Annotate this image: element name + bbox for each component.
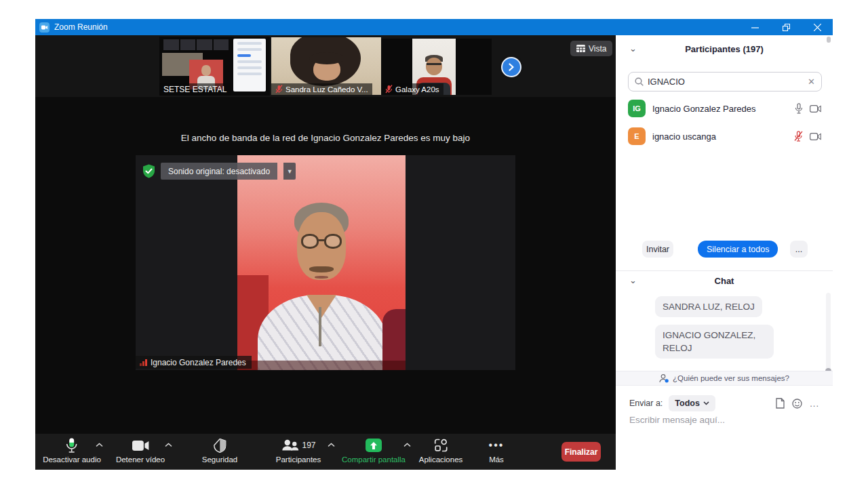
participant-row[interactable]: IG Ignacio Gonzalez Paredes [628, 98, 821, 119]
thumbnail-name: Sandra Luz Cañedo V... [271, 83, 372, 95]
mute-all-button[interactable]: Silenciar a todos [698, 241, 778, 258]
speaker-nametag: Ignacio Gonzalez Paredes [136, 356, 252, 369]
participants-options-caret[interactable] [328, 443, 335, 447]
video-thumbnail-galaxy[interactable]: Galaxy A20s [381, 39, 492, 95]
participants-title: Participantes (197) [616, 44, 833, 54]
screenshare-gallery [163, 39, 229, 50]
bandwidth-warning: El ancho de banda de la red de Ignacio G… [35, 133, 616, 143]
meeting-toolbar: Desactivar audio Detener vídeo Seguridad [35, 434, 616, 470]
search-icon [635, 77, 644, 86]
security-button[interactable]: Seguridad [202, 437, 237, 464]
file-attach-icon[interactable] [776, 398, 785, 409]
more-button[interactable]: ••• Más [489, 437, 505, 464]
original-sound-toggle[interactable]: Sonido original: desactivado [161, 163, 277, 180]
apps-button[interactable]: Aplicaciones [419, 437, 463, 464]
video-thumbnail-sandra[interactable]: Sandra Luz Cañedo V... [271, 37, 381, 95]
apps-icon [433, 437, 448, 453]
side-panel: ⌄ Participantes (197) ✕ IG Ignacio Gonza… [616, 35, 833, 470]
grid-view-icon [576, 45, 585, 52]
mic-muted-icon [794, 131, 803, 142]
close-button[interactable] [802, 19, 833, 35]
minimize-button[interactable] [739, 19, 770, 35]
share-screen-icon [366, 439, 382, 452]
thumbnail-name: SETSE ESTATAL [159, 83, 231, 96]
video-options-caret[interactable] [165, 443, 172, 447]
mic-muted-icon [275, 85, 283, 94]
chevron-down-icon [703, 401, 709, 405]
camera-icon [810, 133, 821, 140]
view-button[interactable]: Vista [570, 41, 612, 56]
shield-icon [214, 437, 226, 453]
avatar: IG [628, 100, 646, 117]
ellipsis-icon: ••• [489, 437, 505, 453]
participants-search[interactable]: ✕ [628, 72, 822, 92]
speaker-video-frame: Sonido original: desactivado ▼ Ignacio G… [136, 155, 515, 370]
video-thumbnail-strip: SETSE ESTATAL Sandra Luz Cañedo V... [35, 35, 616, 97]
clear-search-icon[interactable]: ✕ [808, 77, 815, 87]
chat-title: Chat [616, 276, 833, 286]
participants-scrollbar[interactable] [827, 37, 831, 43]
participants-count: 197 [302, 441, 315, 450]
mic-icon [795, 103, 803, 114]
stop-video-button[interactable]: Detener vídeo [116, 437, 165, 464]
participants-more-button[interactable]: ... [790, 241, 808, 258]
mute-audio-button[interactable]: Desactivar audio [43, 437, 101, 464]
camera-icon [132, 437, 149, 453]
video-thumbnail-setse[interactable]: SETSE ESTATAL [159, 37, 270, 96]
zoom-meeting-window: Zoom Reunión SETSE ESTATAL [35, 19, 833, 470]
participants-icon [281, 439, 298, 451]
meeting-stage: SETSE ESTATAL Sandra Luz Cañedo V... [35, 35, 616, 470]
mic-muted-icon [385, 85, 393, 94]
emoji-icon[interactable] [792, 399, 802, 409]
camera-icon [810, 105, 821, 113]
original-sound-dropdown[interactable]: ▼ [283, 163, 296, 180]
invite-button[interactable]: Invitar [642, 241, 673, 258]
chat-message: IGNACIO GONZALEZ, RELOJ [655, 325, 774, 359]
chat-message-input[interactable] [629, 415, 819, 425]
zoom-app-icon [39, 22, 50, 33]
person-privacy-icon [659, 374, 669, 383]
end-meeting-button[interactable]: Finalizar [561, 442, 601, 462]
panel-divider [616, 270, 833, 271]
participants-button[interactable]: 197 Participantes [276, 437, 321, 464]
audio-options-caret[interactable] [96, 443, 103, 447]
restore-button[interactable] [770, 19, 802, 35]
chat-more-button[interactable]: ... [810, 399, 819, 409]
chat-message: SANDRA LUZ, RELOJ [655, 296, 762, 317]
speaker-video [237, 155, 406, 370]
signal-strength-icon [140, 359, 147, 366]
search-input[interactable] [648, 77, 804, 87]
share-screen-button[interactable]: Compartir pantalla [342, 437, 406, 464]
security-shield-icon [142, 164, 155, 178]
microphone-icon [66, 437, 78, 453]
send-to-label: Enviar a: [629, 399, 663, 408]
window-title: Zoom Reunión [54, 22, 108, 32]
chat-scrollbar[interactable] [826, 293, 831, 373]
thumbnail-name: Galaxy A20s [381, 83, 443, 95]
participant-row[interactable]: E ignacio uscanga [628, 126, 821, 146]
avatar: E [628, 127, 646, 145]
share-options-caret[interactable] [403, 443, 411, 447]
send-to-dropdown[interactable]: Todos [669, 395, 715, 411]
titlebar: Zoom Reunión [35, 19, 833, 35]
chat-privacy-notice[interactable]: ¿Quién puede ver sus mensajes? [616, 371, 833, 386]
next-page-arrow-button[interactable] [501, 57, 521, 77]
